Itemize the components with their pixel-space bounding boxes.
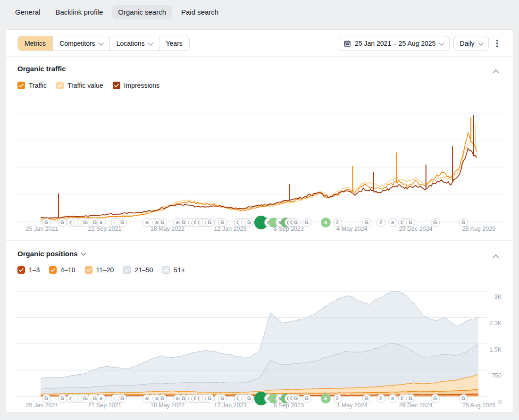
legend-checkbox-51+[interactable]: 51+ [162,266,185,274]
checkbox-icon [123,266,131,274]
tab-organic-search[interactable]: Organic search [112,5,172,19]
x-axis-label: 4 May 2024 [328,226,376,232]
checkbox-icon [56,82,64,89]
segment-years[interactable]: Years [159,36,189,50]
toolbar-right-cluster: 25 Jan 2021 – 25 Aug 2025 Daily [338,36,502,51]
interval-label: Daily [460,40,474,47]
x-axis-label: 4 May 2024 [328,402,376,409]
toolbar-divider [6,56,513,57]
google-update-badge[interactable]: G [362,394,371,403]
chevron-down-icon [478,40,483,45]
organic-traffic-title: Organic traffic [17,65,66,73]
google-update-badge[interactable]: G [431,394,440,403]
legend-checkbox-11-20[interactable]: 11–20 [85,266,114,274]
legend-checkbox-21-50[interactable]: 21–50 [123,266,153,274]
legend-checkbox-4-10[interactable]: 4–10 [49,266,75,274]
y-axis-label: 2.3K [478,320,502,327]
google-update-badge[interactable]: G [302,394,311,403]
checkbox-icon [17,82,25,89]
x-axis-label: 25 Jan 2021 [18,402,66,409]
google-update-badge[interactable]: G [58,394,67,403]
chevron-down-icon [98,40,103,45]
more-options-button[interactable] [493,37,502,50]
segment-competitors[interactable]: Competitors [52,36,109,50]
google-update-badge[interactable]: G [205,394,214,403]
organic-positions-legend: 1–34–1011–2021–5051+ [17,266,185,274]
toolbar: MetricsCompetitorsLocationsYears 25 Jan … [17,36,502,51]
section-title-text: Organic traffic [17,65,66,73]
section-title-text: Organic positions [17,250,78,258]
x-axis-label: 21 Sep 2021 [81,402,128,409]
x-axis-label: 21 Sep 2021 [81,226,128,232]
google-update-badge[interactable]: G [292,394,301,403]
x-axis-label: 8 Sep 2023 [265,226,312,232]
legend-checkbox-Traffic[interactable]: Traffic [17,82,47,89]
legend-checkbox-1-3[interactable]: 1–3 [17,266,40,274]
segment-metrics[interactable]: Metrics [18,36,52,50]
chevron-down-icon [81,250,86,255]
tab-backlink-profile[interactable]: Backlink profile [50,5,109,19]
segment-label: Competitors [59,40,95,47]
checkbox-icon [49,266,57,274]
x-axis-label: 29 Dec 2024 [392,402,439,409]
google-update-badge[interactable]: 2 [377,394,385,403]
google-update-badge[interactable]: 2 [377,218,385,227]
legend-checkbox-Traffic-value[interactable]: Traffic value [56,82,103,89]
x-axis-label: 18 May 2022 [144,226,191,232]
organic-positions-chart[interactable] [15,289,487,397]
legend-label: 11–20 [96,266,114,274]
section-divider [6,240,513,241]
calendar-icon [344,40,351,47]
google-update-badge[interactable]: G [118,394,127,403]
legend-label: Impressions [124,82,159,89]
segment-locations[interactable]: Locations [109,36,159,50]
x-axis-label: 12 Jan 2023 [207,402,254,409]
kebab-icon [496,40,498,42]
legend-label: Traffic value [67,82,103,89]
organic-positions-title[interactable]: Organic positions [17,250,85,258]
x-axis-label: 25 Aug 2025 [455,226,502,232]
checkbox-icon [17,266,25,274]
view-segmented-control: MetricsCompetitorsLocationsYears [17,36,190,51]
google-update-badge[interactable]: a [97,394,106,403]
x-axis-label: 12 Jan 2023 [207,226,254,232]
chevron-up-icon [493,254,499,260]
legend-label: 51+ [174,266,185,274]
interval-button[interactable]: Daily [453,36,488,51]
x-axis-label: 29 Dec 2024 [392,226,439,232]
google-update-badge[interactable]: G [406,394,415,403]
y-axis-label: 3K [478,294,502,300]
collapse-organic-traffic-button[interactable] [491,67,501,76]
google-update-badge[interactable]: G [459,394,468,403]
chevron-down-icon [148,40,153,45]
organic-traffic-legend: TrafficTraffic valueImpressions [17,82,159,89]
organic-traffic-chart[interactable] [15,101,505,222]
legend-label: 21–50 [134,266,153,274]
google-update-badge[interactable]: a [388,394,397,403]
y-axis-label: 750 [478,372,502,379]
segment-label: Metrics [25,40,46,47]
checkbox-icon [85,266,92,274]
collapse-organic-positions-button[interactable] [491,252,501,261]
google-update-badge[interactable]: G [158,394,167,403]
legend-label: 4–10 [60,266,75,274]
chevron-down-icon [439,40,444,45]
tab-bar: GeneralBacklink profileOrganic searchPai… [9,5,224,19]
legend-label: Traffic [29,82,47,89]
organic-search-card: MetricsCompetitorsLocationsYears 25 Jan … [6,29,513,412]
tab-general[interactable]: General [9,5,46,19]
google-update-badge[interactable]: G [42,394,51,403]
tab-paid-search[interactable]: Paid search [176,5,224,19]
x-axis-label: 25 Jan 2021 [18,226,66,232]
x-axis-label: 8 Sep 2023 [265,402,312,409]
google-update-badge[interactable]: G [218,394,227,403]
legend-checkbox-Impressions[interactable]: Impressions [113,82,159,89]
google-update-badge[interactable]: 2 [333,394,342,403]
checkbox-icon [162,266,170,274]
x-axis-label: 18 May 2022 [144,402,191,409]
google-update-badge[interactable]: G [245,394,254,403]
chevron-up-icon [493,69,499,76]
segment-label: Locations [117,40,145,47]
legend-label: 1–3 [29,266,40,274]
date-range-button[interactable]: 25 Jan 2021 – 25 Aug 2025 [338,36,450,51]
